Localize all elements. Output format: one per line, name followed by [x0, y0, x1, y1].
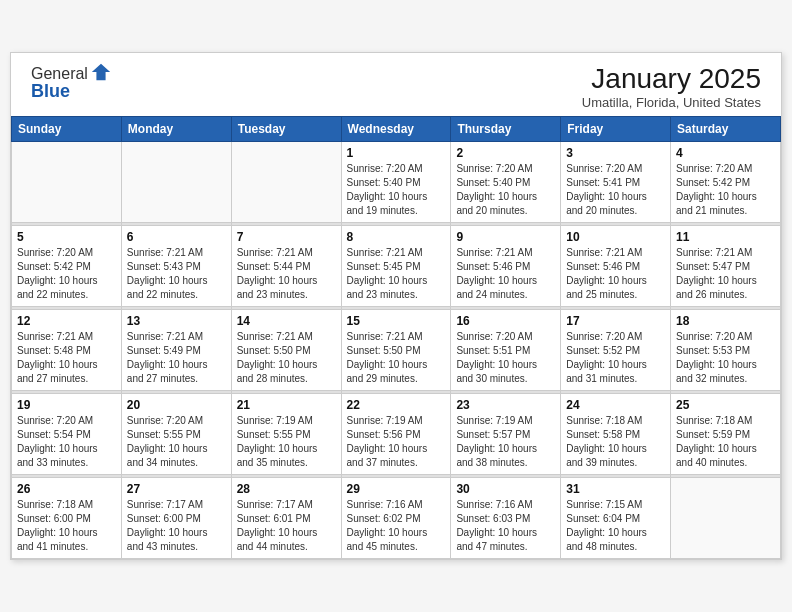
day-cell: [671, 478, 781, 559]
day-number: 15: [347, 314, 446, 328]
day-info: Sunrise: 7:20 AM Sunset: 5:54 PM Dayligh…: [17, 414, 116, 470]
day-info: Sunrise: 7:21 AM Sunset: 5:50 PM Dayligh…: [347, 330, 446, 386]
day-cell: [121, 142, 231, 223]
day-info: Sunrise: 7:17 AM Sunset: 6:01 PM Dayligh…: [237, 498, 336, 554]
day-number: 11: [676, 230, 775, 244]
day-number: 13: [127, 314, 226, 328]
day-cell: 14Sunrise: 7:21 AM Sunset: 5:50 PM Dayli…: [231, 310, 341, 391]
calendar-subtitle: Umatilla, Florida, United States: [582, 95, 761, 110]
day-number: 28: [237, 482, 336, 496]
day-cell: 2Sunrise: 7:20 AM Sunset: 5:40 PM Daylig…: [451, 142, 561, 223]
day-info: Sunrise: 7:19 AM Sunset: 5:56 PM Dayligh…: [347, 414, 446, 470]
day-cell: 9Sunrise: 7:21 AM Sunset: 5:46 PM Daylig…: [451, 226, 561, 307]
day-cell: 13Sunrise: 7:21 AM Sunset: 5:49 PM Dayli…: [121, 310, 231, 391]
title-section: January 2025 Umatilla, Florida, United S…: [582, 63, 761, 110]
day-number: 4: [676, 146, 775, 160]
month-title: January 2025: [582, 63, 761, 95]
day-cell: 8Sunrise: 7:21 AM Sunset: 5:45 PM Daylig…: [341, 226, 451, 307]
day-cell: 29Sunrise: 7:16 AM Sunset: 6:02 PM Dayli…: [341, 478, 451, 559]
day-number: 26: [17, 482, 116, 496]
day-info: Sunrise: 7:19 AM Sunset: 5:55 PM Dayligh…: [237, 414, 336, 470]
day-cell: 4Sunrise: 7:20 AM Sunset: 5:42 PM Daylig…: [671, 142, 781, 223]
day-number: 29: [347, 482, 446, 496]
week-row-1: 1Sunrise: 7:20 AM Sunset: 5:40 PM Daylig…: [12, 142, 781, 223]
day-number: 8: [347, 230, 446, 244]
calendar-header: General Blue January 2025 Umatilla, Flor…: [11, 53, 781, 116]
day-info: Sunrise: 7:20 AM Sunset: 5:40 PM Dayligh…: [347, 162, 446, 218]
day-cell: 11Sunrise: 7:21 AM Sunset: 5:47 PM Dayli…: [671, 226, 781, 307]
day-number: 7: [237, 230, 336, 244]
day-cell: 30Sunrise: 7:16 AM Sunset: 6:03 PM Dayli…: [451, 478, 561, 559]
weekday-header-friday: Friday: [561, 117, 671, 142]
day-cell: 24Sunrise: 7:18 AM Sunset: 5:58 PM Dayli…: [561, 394, 671, 475]
day-cell: 1Sunrise: 7:20 AM Sunset: 5:40 PM Daylig…: [341, 142, 451, 223]
weekday-header-tuesday: Tuesday: [231, 117, 341, 142]
day-cell: 6Sunrise: 7:21 AM Sunset: 5:43 PM Daylig…: [121, 226, 231, 307]
day-info: Sunrise: 7:20 AM Sunset: 5:55 PM Dayligh…: [127, 414, 226, 470]
day-cell: 21Sunrise: 7:19 AM Sunset: 5:55 PM Dayli…: [231, 394, 341, 475]
day-info: Sunrise: 7:20 AM Sunset: 5:51 PM Dayligh…: [456, 330, 555, 386]
day-cell: 12Sunrise: 7:21 AM Sunset: 5:48 PM Dayli…: [12, 310, 122, 391]
day-number: 9: [456, 230, 555, 244]
day-info: Sunrise: 7:20 AM Sunset: 5:41 PM Dayligh…: [566, 162, 665, 218]
day-info: Sunrise: 7:21 AM Sunset: 5:48 PM Dayligh…: [17, 330, 116, 386]
day-info: Sunrise: 7:21 AM Sunset: 5:50 PM Dayligh…: [237, 330, 336, 386]
day-info: Sunrise: 7:21 AM Sunset: 5:49 PM Dayligh…: [127, 330, 226, 386]
day-cell: 31Sunrise: 7:15 AM Sunset: 6:04 PM Dayli…: [561, 478, 671, 559]
day-info: Sunrise: 7:17 AM Sunset: 6:00 PM Dayligh…: [127, 498, 226, 554]
day-info: Sunrise: 7:21 AM Sunset: 5:46 PM Dayligh…: [456, 246, 555, 302]
day-cell: 17Sunrise: 7:20 AM Sunset: 5:52 PM Dayli…: [561, 310, 671, 391]
weekday-header-row: SundayMondayTuesdayWednesdayThursdayFrid…: [12, 117, 781, 142]
day-number: 20: [127, 398, 226, 412]
day-number: 2: [456, 146, 555, 160]
day-cell: 10Sunrise: 7:21 AM Sunset: 5:46 PM Dayli…: [561, 226, 671, 307]
weekday-header-thursday: Thursday: [451, 117, 561, 142]
day-info: Sunrise: 7:20 AM Sunset: 5:42 PM Dayligh…: [676, 162, 775, 218]
day-info: Sunrise: 7:20 AM Sunset: 5:53 PM Dayligh…: [676, 330, 775, 386]
day-number: 1: [347, 146, 446, 160]
day-number: 21: [237, 398, 336, 412]
day-number: 14: [237, 314, 336, 328]
day-number: 27: [127, 482, 226, 496]
day-cell: 27Sunrise: 7:17 AM Sunset: 6:00 PM Dayli…: [121, 478, 231, 559]
svg-marker-0: [92, 64, 110, 81]
day-info: Sunrise: 7:21 AM Sunset: 5:43 PM Dayligh…: [127, 246, 226, 302]
day-info: Sunrise: 7:16 AM Sunset: 6:03 PM Dayligh…: [456, 498, 555, 554]
day-info: Sunrise: 7:21 AM Sunset: 5:47 PM Dayligh…: [676, 246, 775, 302]
day-number: 10: [566, 230, 665, 244]
day-info: Sunrise: 7:21 AM Sunset: 5:44 PM Dayligh…: [237, 246, 336, 302]
day-cell: 23Sunrise: 7:19 AM Sunset: 5:57 PM Dayli…: [451, 394, 561, 475]
day-cell: 25Sunrise: 7:18 AM Sunset: 5:59 PM Dayli…: [671, 394, 781, 475]
day-info: Sunrise: 7:20 AM Sunset: 5:42 PM Dayligh…: [17, 246, 116, 302]
day-number: 30: [456, 482, 555, 496]
day-cell: [231, 142, 341, 223]
day-number: 25: [676, 398, 775, 412]
day-cell: 3Sunrise: 7:20 AM Sunset: 5:41 PM Daylig…: [561, 142, 671, 223]
day-number: 31: [566, 482, 665, 496]
day-cell: 7Sunrise: 7:21 AM Sunset: 5:44 PM Daylig…: [231, 226, 341, 307]
week-row-4: 19Sunrise: 7:20 AM Sunset: 5:54 PM Dayli…: [12, 394, 781, 475]
day-number: 23: [456, 398, 555, 412]
day-number: 22: [347, 398, 446, 412]
day-cell: 5Sunrise: 7:20 AM Sunset: 5:42 PM Daylig…: [12, 226, 122, 307]
day-cell: 19Sunrise: 7:20 AM Sunset: 5:54 PM Dayli…: [12, 394, 122, 475]
week-row-3: 12Sunrise: 7:21 AM Sunset: 5:48 PM Dayli…: [12, 310, 781, 391]
day-info: Sunrise: 7:21 AM Sunset: 5:46 PM Dayligh…: [566, 246, 665, 302]
weekday-header-saturday: Saturday: [671, 117, 781, 142]
day-info: Sunrise: 7:20 AM Sunset: 5:40 PM Dayligh…: [456, 162, 555, 218]
day-number: 16: [456, 314, 555, 328]
day-number: 24: [566, 398, 665, 412]
day-cell: [12, 142, 122, 223]
day-number: 17: [566, 314, 665, 328]
weekday-header-wednesday: Wednesday: [341, 117, 451, 142]
day-info: Sunrise: 7:16 AM Sunset: 6:02 PM Dayligh…: [347, 498, 446, 554]
day-info: Sunrise: 7:19 AM Sunset: 5:57 PM Dayligh…: [456, 414, 555, 470]
weekday-header-sunday: Sunday: [12, 117, 122, 142]
day-info: Sunrise: 7:15 AM Sunset: 6:04 PM Dayligh…: [566, 498, 665, 554]
day-number: 3: [566, 146, 665, 160]
day-cell: 16Sunrise: 7:20 AM Sunset: 5:51 PM Dayli…: [451, 310, 561, 391]
day-cell: 18Sunrise: 7:20 AM Sunset: 5:53 PM Dayli…: [671, 310, 781, 391]
calendar-grid: SundayMondayTuesdayWednesdayThursdayFrid…: [11, 116, 781, 559]
day-number: 5: [17, 230, 116, 244]
day-number: 12: [17, 314, 116, 328]
